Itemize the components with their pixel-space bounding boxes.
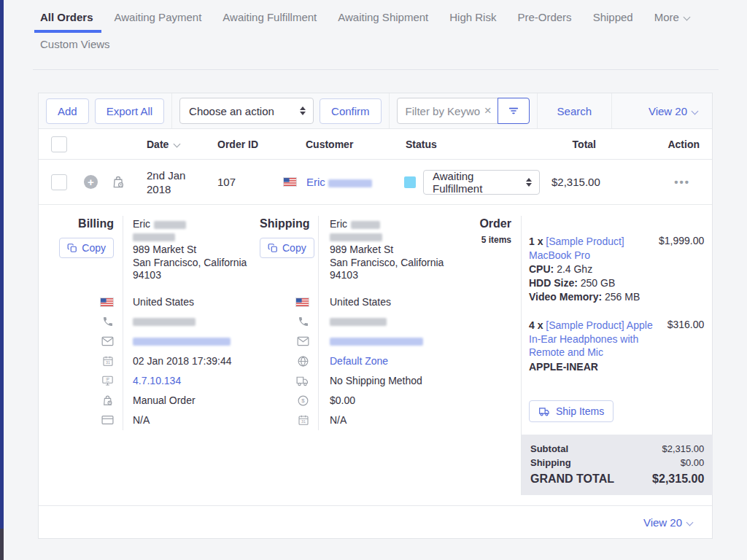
select-all-checkbox[interactable] (51, 136, 67, 152)
order-date-line2: 2018 (147, 182, 211, 196)
tab-awaiting-shipment[interactable]: Awaiting Shipment (338, 11, 428, 33)
shipping-zone[interactable]: Default Zone (318, 351, 468, 371)
column-header-status[interactable]: Status (398, 139, 551, 150)
us-flag-icon (100, 298, 114, 307)
toolbar-filter-segment: × (390, 93, 538, 128)
order-status-select[interactable]: Awaiting Fulfillment (423, 170, 540, 195)
billing-street: 989 Market St (133, 244, 260, 257)
advanced-filter-button[interactable] (498, 98, 530, 124)
ip-address-link[interactable]: 4.7.10.134 (133, 375, 181, 386)
shipping-title: Shipping (260, 216, 309, 230)
customer-cell: Eric (282, 176, 398, 188)
tab-high-risk[interactable]: High Risk (449, 11, 496, 33)
billing-payment-method: N/A (123, 411, 260, 430)
app-sidebar-edge (0, 0, 4, 560)
order-label-cell: Order 5 items (468, 216, 521, 495)
column-header-total[interactable]: Total (551, 139, 603, 150)
billing-email[interactable] (123, 332, 260, 351)
shipping-cost: $0.00 (318, 391, 468, 411)
calendar-icon: 31 (102, 355, 114, 367)
tab-awaiting-fulfillment[interactable]: Awaiting Fulfillment (222, 11, 317, 33)
customer-first-name: Eric (306, 176, 325, 188)
tab-all-orders[interactable]: All Orders (40, 11, 93, 33)
column-header-action: Action (603, 139, 712, 150)
tab-shipped[interactable]: Shipped (593, 11, 633, 33)
search-link[interactable]: Search (557, 105, 592, 117)
shipping-address: Eric 989 Market St San Francisco, Califo… (318, 216, 468, 292)
order-totals-panel: Subtotal $2,315.00 Shipping $0.00 GRAND … (522, 435, 713, 495)
date-header-label: Date (147, 139, 169, 150)
order-row: + 2nd Jan 2018 107 Eric (39, 160, 712, 204)
redacted-shipping-email (330, 338, 423, 346)
order-total-cell: $2,315.00 (551, 176, 603, 188)
shipping-email[interactable] (318, 332, 468, 351)
shipping-total-row: Shipping $0.00 (530, 456, 704, 470)
billing-label-cell: Billing Copy (39, 216, 123, 292)
shipping-copy-label: Copy (282, 242, 306, 254)
billing-address: Eric 989 Market St San Francisco, Califo… (123, 216, 260, 292)
row-checkbox[interactable] (51, 174, 67, 190)
tab-pre-orders[interactable]: Pre-Orders (517, 11, 571, 33)
billing-company (133, 231, 260, 244)
chevron-down-icon (692, 107, 699, 114)
column-header-order-id[interactable]: Order ID (211, 139, 282, 150)
filter-keyword-input[interactable] (398, 105, 483, 117)
truck-icon (296, 376, 309, 386)
copy-icon (67, 243, 77, 253)
billing-date-icon-cell: 31 (39, 351, 123, 371)
dollar-circle-icon: $ (297, 394, 309, 407)
product-2-link[interactable]: [Sample Product] Apple In-Ear Headphones… (529, 319, 653, 358)
credit-card-icon (101, 415, 114, 425)
customer-name-link[interactable]: Eric (306, 176, 372, 188)
tab-awaiting-payment[interactable]: Awaiting Payment (115, 11, 202, 33)
shipping-copy-button[interactable]: Copy (260, 238, 314, 258)
tab-more[interactable]: More (654, 11, 689, 33)
product-option: Video Memory: 256 MB (529, 290, 659, 304)
order-type-cell (111, 175, 137, 190)
row-actions-menu[interactable]: ••• (603, 176, 712, 188)
product-2-title: 4 x [Sample Product] Apple In-Ear Headph… (529, 319, 659, 359)
billing-ip-address[interactable]: 4.7.10.134 (123, 371, 260, 391)
shipping-city: San Francisco, California (330, 257, 468, 270)
billing-section: Billing Copy Eric 989 Market St San Fran… (39, 216, 260, 495)
order-status-value: Awaiting Fulfillment (433, 170, 519, 195)
select-arrows-icon (300, 106, 306, 115)
order-items-count: 5 items (468, 235, 511, 245)
shipping-zone-link[interactable]: Default Zone (330, 355, 388, 367)
tab-custom-views[interactable]: Custom Views (40, 38, 110, 60)
keyword-filter-box: × (397, 98, 530, 124)
column-header-customer[interactable]: Customer (282, 139, 398, 150)
ship-items-wrap: Ship Items (522, 400, 713, 422)
bulk-action-select[interactable]: Choose an action (179, 98, 314, 124)
select-arrows-icon (526, 178, 532, 187)
column-header-date[interactable]: Date (137, 139, 211, 150)
order-date-line1: 2nd Jan (147, 168, 211, 182)
shipping-country-icon-cell (260, 292, 318, 312)
tab-more-label: More (654, 11, 679, 23)
shipping-total-value: $0.00 (681, 456, 705, 470)
toolbar-view-segment: View 20 (612, 93, 712, 128)
expand-row-button[interactable]: + (84, 175, 98, 189)
clear-filter-icon[interactable]: × (483, 104, 498, 118)
status-color-swatch (404, 176, 416, 188)
product-option: HDD Size: 250 GB (529, 276, 659, 290)
product-list: 1 x [Sample Product] MacBook Pro CPU: 2.… (522, 216, 713, 373)
product-2-sku: APPLE-INEAR (529, 360, 659, 374)
add-button[interactable]: Add (46, 98, 89, 124)
footer-view-20-dropdown[interactable]: View 20 (643, 516, 692, 529)
billing-city: San Francisco, California (133, 257, 260, 270)
view-20-dropdown[interactable]: View 20 (649, 105, 697, 117)
subtotal-row: Subtotal $2,315.00 (530, 442, 704, 456)
product-1-link[interactable]: [Sample Product] MacBook Pro (529, 236, 624, 261)
copy-icon (268, 243, 278, 253)
subtotal-value: $2,315.00 (662, 442, 704, 456)
view-20-label: View 20 (649, 105, 687, 117)
ship-items-button[interactable]: Ship Items (529, 400, 614, 422)
redacted-billing-company (133, 233, 175, 241)
export-all-button[interactable]: Export All (95, 98, 164, 124)
confirm-button[interactable]: Confirm (320, 98, 382, 124)
billing-copy-button[interactable]: Copy (59, 238, 114, 258)
calendar-icon: 31 (298, 414, 309, 426)
shipping-total-label: Shipping (530, 456, 571, 470)
billing-source-icon-cell (39, 391, 123, 411)
